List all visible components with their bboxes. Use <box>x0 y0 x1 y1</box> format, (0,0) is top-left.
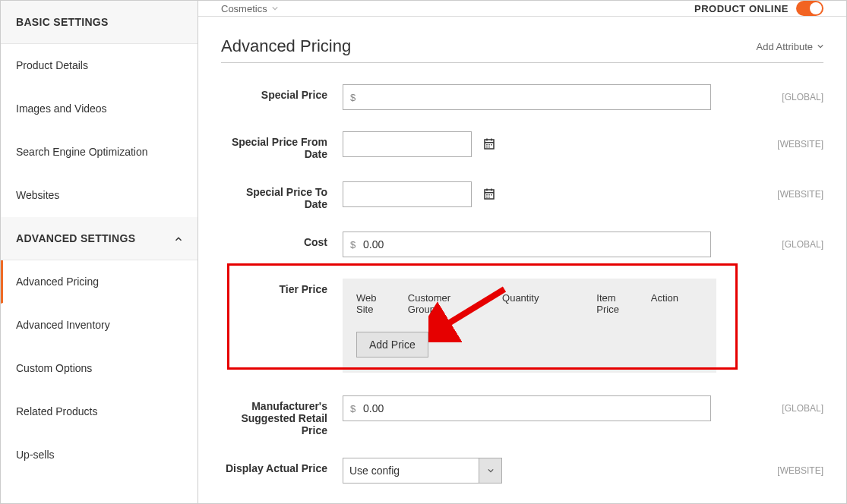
sidebar-heading-advanced-label: ADVANCED SETTINGS <box>16 232 135 244</box>
tier-col-group: Customer Group <box>408 292 502 315</box>
add-attribute-button[interactable]: Add Attribute <box>757 41 823 52</box>
svg-rect-3 <box>486 146 488 148</box>
sidebar-item-advanced-pricing[interactable]: Advanced Pricing <box>1 260 198 304</box>
attribute-set-dropdown[interactable]: Cosmetics <box>221 3 278 14</box>
cost-input[interactable] <box>343 232 711 257</box>
currency-symbol: $ <box>350 239 356 250</box>
select-arrow-button[interactable] <box>479 458 502 484</box>
sidebar-heading-advanced[interactable]: ADVANCED SETTINGS <box>1 217 198 260</box>
sidebar-item-advanced-inventory[interactable]: Advanced Inventory <box>1 304 198 347</box>
tier-col-qty: Quantity <box>502 292 596 315</box>
page-title: Advanced Pricing <box>221 36 351 56</box>
scope-label: [WEBSITE] <box>765 189 823 200</box>
sidebar-item-product-details[interactable]: Product Details <box>1 44 198 87</box>
sidebar-item-websites[interactable]: Websites <box>1 174 198 217</box>
sidebar-item-related-products[interactable]: Related Products <box>1 390 198 433</box>
msrp-input[interactable] <box>343 395 711 421</box>
scope-label: [WEBSITE] <box>765 465 823 476</box>
tier-col-price: Item Price <box>596 292 651 315</box>
tier-price-panel: Web Site Customer Group Quantity Item Pr… <box>343 279 716 373</box>
chevron-up-icon <box>173 234 182 243</box>
special-price-label: Special Price <box>221 84 343 101</box>
sidebar-item-images-and-videos[interactable]: Images and Videos <box>1 87 198 131</box>
svg-rect-2 <box>491 144 492 146</box>
tier-price-label: Tier Price <box>221 279 343 295</box>
display-actual-select[interactable]: Use config <box>343 458 479 484</box>
chevron-down-icon <box>817 43 823 49</box>
sidebar-heading-basic: BASIC SETTINGS <box>1 1 198 44</box>
currency-symbol: $ <box>350 403 356 414</box>
special-to-input[interactable] <box>343 181 472 207</box>
display-actual-label: Display Actual Price <box>221 458 343 474</box>
toggle-knob <box>810 2 822 14</box>
chevron-down-icon <box>272 5 278 11</box>
sidebar: BASIC SETTINGS Product Details Images an… <box>1 1 198 503</box>
tier-col-website: Web Site <box>356 292 408 315</box>
tier-col-action: Action <box>651 292 703 315</box>
product-online-toggle[interactable] <box>796 1 823 16</box>
svg-rect-5 <box>486 194 488 196</box>
special-to-label: Special Price To Date <box>221 181 343 210</box>
product-online-label: PRODUCT ONLINE <box>694 3 789 14</box>
svg-rect-7 <box>491 194 492 196</box>
scope-label: [WEBSITE] <box>765 139 823 150</box>
svg-rect-0 <box>486 144 488 146</box>
svg-rect-4 <box>488 146 490 148</box>
special-from-label: Special Price From Date <box>221 131 343 160</box>
scope-label: [GLOBAL] <box>770 92 823 102</box>
sidebar-item-up-sells[interactable]: Up-sells <box>1 433 198 477</box>
svg-rect-1 <box>488 144 490 146</box>
sidebar-heading-basic-label: BASIC SETTINGS <box>16 16 109 28</box>
svg-rect-8 <box>486 197 488 198</box>
topbar: Cosmetics PRODUCT ONLINE <box>198 1 846 17</box>
breadcrumb-label: Cosmetics <box>221 3 267 14</box>
scope-label: [GLOBAL] <box>770 403 823 414</box>
msrp-label: Manufacturer's Suggested Retail Price <box>221 395 343 436</box>
svg-rect-6 <box>488 194 490 196</box>
scope-label: [GLOBAL] <box>770 239 823 250</box>
cost-label: Cost <box>221 232 343 248</box>
sidebar-item-seo[interactable]: Search Engine Optimization <box>1 131 198 174</box>
svg-rect-9 <box>488 197 490 198</box>
calendar-icon[interactable] <box>481 186 498 203</box>
chevron-down-icon <box>488 468 494 474</box>
special-price-input[interactable] <box>343 84 711 110</box>
calendar-icon[interactable] <box>481 136 498 153</box>
add-price-button[interactable]: Add Price <box>356 332 428 358</box>
currency-symbol: $ <box>350 92 356 103</box>
sidebar-item-custom-options[interactable]: Custom Options <box>1 347 198 390</box>
special-from-input[interactable] <box>343 131 472 157</box>
